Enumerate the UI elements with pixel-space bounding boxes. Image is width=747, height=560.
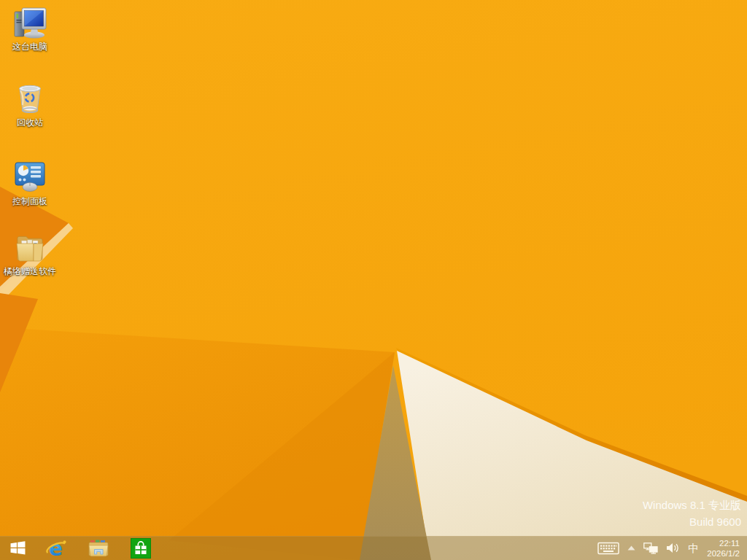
clock-date: 2026/1/2 (707, 548, 740, 559)
show-hidden-icons-button[interactable] (627, 545, 635, 551)
touch-keyboard-icon (597, 542, 619, 555)
file-explorer-icon (88, 538, 109, 558)
ie-icon: e (46, 538, 66, 559)
desktop[interactable]: 这台电脑 回收站 (0, 0, 747, 560)
desktop-icon-label: 这台电脑 (12, 42, 47, 52)
touch-keyboard-button[interactable] (597, 542, 619, 555)
tray-clock[interactable]: 22:11 2026/1/2 (707, 538, 740, 559)
control-panel-icon (12, 159, 47, 194)
shared-folder-icon (12, 229, 47, 264)
desktop-icon-recycle-bin[interactable]: 回收站 (1, 80, 58, 128)
desktop-icon-label: 回收站 (17, 117, 43, 128)
desktop-icon-label: 橘络赠送软件 (4, 266, 56, 276)
taskbar-app-internet-explorer[interactable]: e (35, 536, 77, 560)
desktop-icon-this-pc[interactable]: 这台电脑 (1, 4, 58, 52)
this-pc-icon (12, 4, 47, 39)
system-tray: 中 22:11 2026/1/2 (597, 536, 747, 560)
taskbar-app-store[interactable] (120, 536, 162, 560)
chevron-up-icon (627, 545, 635, 551)
ime-language-button[interactable]: 中 (688, 542, 699, 553)
taskbar: e (0, 536, 747, 560)
edition-watermark: Windows 8.1 专业版 Build 9600 (643, 497, 741, 530)
volume-icon (666, 542, 680, 553)
store-icon (131, 538, 151, 559)
volume-button[interactable] (666, 542, 680, 553)
taskbar-app-file-explorer[interactable] (77, 536, 120, 560)
clock-time: 22:11 (707, 538, 740, 548)
recycle-bin-icon (12, 80, 47, 115)
desktop-icon-control-panel[interactable]: 控制面板 (1, 159, 58, 206)
network-status-button[interactable] (643, 542, 658, 554)
windows-logo-icon (9, 540, 26, 556)
start-button[interactable] (0, 536, 35, 560)
wallpaper-image (0, 0, 747, 560)
desktop-icon-shared-folder[interactable]: 橘络赠送软件 (1, 229, 58, 276)
network-icon (643, 542, 658, 554)
svg-text:e: e (49, 538, 63, 559)
desktop-icon-label: 控制面板 (12, 196, 47, 206)
watermark-edition-line: Windows 8.1 专业版 (643, 497, 741, 513)
watermark-build-line: Build 9600 (643, 513, 741, 530)
